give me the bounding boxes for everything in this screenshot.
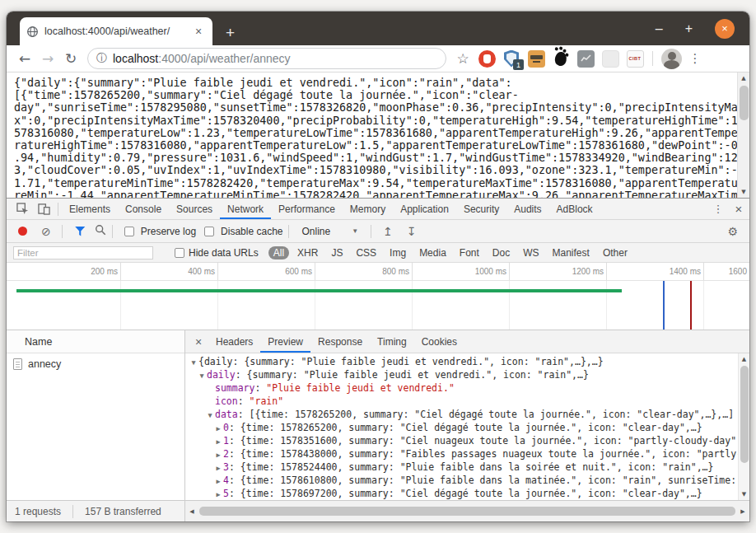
preview-tree-row[interactable]: ▼daily: {summary: "Pluie faible jeudi et… bbox=[185, 368, 738, 381]
extension-shield-icon[interactable]: 1 bbox=[502, 49, 521, 68]
preview-tree-row[interactable]: ▶0: {time: 1578265200, summary: "Ciel dé… bbox=[185, 421, 738, 434]
preview-tree-row[interactable]: ▶4: {time: 1578610800, summary: "Pluie f… bbox=[185, 474, 738, 487]
preview-tree-row[interactable]: ▶3: {time: 1578524400, summary: "Pluie f… bbox=[185, 461, 738, 474]
scroll-down-arrow[interactable]: ▼ bbox=[738, 489, 749, 500]
scroll-down-arrow[interactable]: ▼ bbox=[738, 186, 750, 198]
filter-funnel-icon[interactable] bbox=[75, 227, 86, 236]
extension-cibt-icon[interactable]: CIBT bbox=[625, 49, 645, 68]
devtools-tab-security[interactable]: Security bbox=[456, 199, 506, 219]
tree-segment-plain: : {time: 1578524400, summary: "Pluie fai… bbox=[229, 461, 714, 473]
scrollbar-thumb[interactable] bbox=[740, 86, 749, 120]
devtools-tab-adblock[interactable]: AdBlock bbox=[549, 199, 600, 219]
scroll-up-arrow[interactable]: ▲ bbox=[738, 72, 750, 84]
record-button[interactable] bbox=[18, 227, 27, 236]
expanded-arrow-icon[interactable]: ▼ bbox=[205, 409, 215, 421]
expanded-arrow-icon[interactable]: ▼ bbox=[189, 356, 198, 368]
filter-chip-js[interactable]: JS bbox=[326, 246, 348, 259]
detail-tab-cookies[interactable]: Cookies bbox=[414, 330, 464, 353]
filter-chip-css[interactable]: CSS bbox=[351, 246, 381, 259]
collapsed-arrow-icon[interactable]: ▶ bbox=[213, 475, 223, 487]
detail-tab-timing[interactable]: Timing bbox=[370, 330, 414, 353]
filter-chip-other[interactable]: Other bbox=[598, 246, 632, 259]
extension-faded-icon[interactable] bbox=[600, 49, 620, 68]
detail-tab-preview[interactable]: Preview bbox=[260, 330, 310, 353]
filter-chip-doc[interactable]: Doc bbox=[488, 246, 515, 259]
scroll-up-arrow[interactable]: ▲ bbox=[738, 353, 749, 365]
scroll-right-arrow[interactable]: ▶ bbox=[737, 506, 749, 517]
scrollbar-thumb[interactable] bbox=[199, 507, 735, 516]
filter-chip-all[interactable]: All bbox=[268, 246, 289, 259]
preview-horizontal-scrollbar[interactable]: ◀ ▶ bbox=[185, 501, 749, 521]
url-text[interactable]: localhost:4000/api/weather/annecy bbox=[113, 52, 291, 65]
preview-scrollbar[interactable]: ▲ ▼ bbox=[738, 353, 749, 500]
back-button[interactable]: ← bbox=[13, 48, 36, 69]
filter-chip-xhr[interactable]: XHR bbox=[292, 246, 323, 259]
gear-icon[interactable]: ⚙ bbox=[727, 225, 743, 238]
export-har-icon[interactable]: ↧ bbox=[407, 225, 417, 238]
filter-chip-media[interactable]: Media bbox=[414, 246, 451, 259]
network-overview[interactable] bbox=[7, 281, 749, 330]
collapsed-arrow-icon[interactable]: ▶ bbox=[213, 448, 223, 461]
devtools-tab-audits[interactable]: Audits bbox=[506, 199, 548, 219]
extension-chart-icon[interactable] bbox=[576, 49, 595, 68]
reload-button[interactable]: ↻ bbox=[59, 48, 82, 69]
forward-button[interactable]: → bbox=[36, 48, 59, 69]
close-detail-icon[interactable]: × bbox=[189, 330, 208, 353]
collapsed-arrow-icon[interactable]: ▶ bbox=[213, 461, 223, 474]
preview-tree-row[interactable]: ▶2: {time: 1578438000, summary: "Faibles… bbox=[185, 447, 738, 461]
devtools-tab-console[interactable]: Console bbox=[118, 199, 169, 219]
detail-tab-response[interactable]: Response bbox=[310, 330, 370, 353]
profile-avatar[interactable] bbox=[661, 49, 682, 69]
search-icon[interactable] bbox=[95, 224, 106, 238]
page-scrollbar[interactable]: ▲ ▼ bbox=[737, 72, 749, 198]
hide-data-urls-checkbox[interactable] bbox=[175, 248, 184, 258]
window-minimize-button[interactable]: – bbox=[656, 22, 663, 35]
name-column-header[interactable]: Name bbox=[7, 330, 184, 353]
preview-tree-row[interactable]: ▶5: {time: 1578697200, summary: "Ciel dé… bbox=[185, 487, 738, 500]
import-har-icon[interactable]: ↥ bbox=[383, 225, 393, 238]
devtools-tab-memory[interactable]: Memory bbox=[343, 199, 393, 219]
new-tab-button[interactable]: + bbox=[226, 25, 235, 40]
collapsed-arrow-icon[interactable]: ▶ bbox=[213, 422, 223, 434]
devtools-tab-performance[interactable]: Performance bbox=[271, 199, 343, 219]
address-bar[interactable]: ⓘ localhost:4000/api/weather/annecy bbox=[87, 48, 446, 69]
tab-close-icon[interactable]: × bbox=[191, 25, 206, 38]
filter-chip-ws[interactable]: WS bbox=[518, 246, 544, 259]
grid-column bbox=[704, 281, 749, 330]
filter-chip-font[interactable]: Font bbox=[455, 246, 484, 259]
device-toolbar-icon[interactable] bbox=[33, 199, 54, 219]
collapsed-arrow-icon[interactable]: ▶ bbox=[213, 435, 223, 447]
devtools-close-icon[interactable]: × bbox=[728, 202, 749, 216]
collapsed-arrow-icon[interactable]: ▶ bbox=[213, 488, 223, 500]
filter-chip-img[interactable]: Img bbox=[385, 246, 411, 259]
preserve-log-checkbox[interactable] bbox=[124, 227, 134, 236]
scrollbar-thumb[interactable] bbox=[740, 366, 749, 463]
bookmark-star-icon[interactable]: ☆ bbox=[451, 48, 474, 69]
expanded-arrow-icon[interactable]: ▼ bbox=[197, 369, 207, 381]
request-row[interactable]: annecy bbox=[7, 353, 184, 375]
throttling-dropdown[interactable]: Online ▼ bbox=[295, 226, 365, 237]
devtools-tab-application[interactable]: Application bbox=[393, 199, 456, 219]
browser-tab[interactable]: localhost:4000/api/weather/ × bbox=[20, 17, 212, 45]
devtools-tab-sources[interactable]: Sources bbox=[169, 199, 220, 219]
extension-gnome-icon[interactable] bbox=[551, 49, 571, 68]
disable-cache-checkbox[interactable] bbox=[204, 227, 214, 236]
devtools-tab-elements[interactable]: Elements bbox=[62, 199, 118, 219]
extension-face-icon[interactable] bbox=[526, 49, 546, 68]
preview-tree-row[interactable]: ▶1: {time: 1578351600, summary: "Ciel nu… bbox=[185, 434, 738, 447]
scroll-left-arrow[interactable]: ◀ bbox=[186, 506, 198, 517]
devtools-more-icon[interactable]: ⋮ bbox=[708, 203, 728, 215]
preview-tree-row[interactable]: ▼data: [{time: 1578265200, summary: "Cie… bbox=[185, 408, 738, 421]
extension-adblock-icon[interactable] bbox=[477, 49, 497, 68]
window-close-button[interactable]: × bbox=[715, 19, 735, 39]
preview-tree-row[interactable]: ▼{daily: {summary: "Pluie faible jeudi e… bbox=[185, 355, 738, 368]
site-info-icon[interactable]: ⓘ bbox=[96, 51, 107, 66]
filter-input[interactable] bbox=[13, 246, 153, 259]
detail-tab-headers[interactable]: Headers bbox=[208, 330, 260, 353]
devtools-tab-network[interactable]: Network bbox=[220, 199, 271, 219]
browser-menu-icon[interactable]: ⋮ bbox=[685, 51, 705, 66]
filter-chip-manifest[interactable]: Manifest bbox=[548, 246, 595, 259]
inspect-element-icon[interactable] bbox=[12, 199, 33, 219]
window-maximize-button[interactable]: + bbox=[685, 22, 693, 35]
clear-icon[interactable]: ⊘ bbox=[41, 225, 51, 238]
